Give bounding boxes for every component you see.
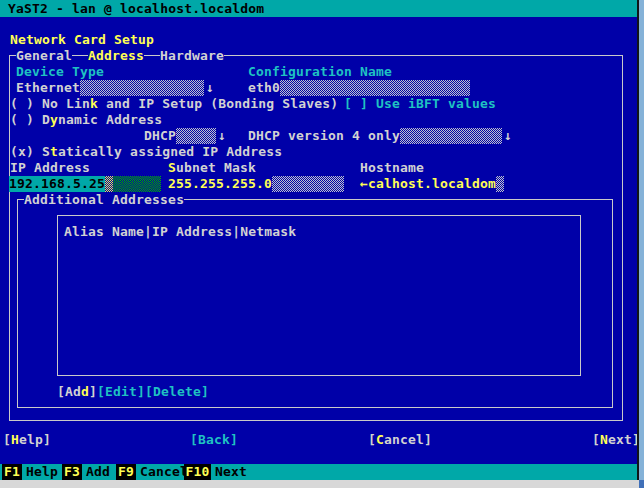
configuration-name-input[interactable]: eth0 (248, 80, 280, 96)
radio-no-link-post: and IP Setup (Bonding Slaves) (98, 96, 338, 111)
configuration-name-label: Configuration Name (248, 64, 392, 80)
device-type-combo[interactable]: Ethernet (16, 80, 80, 96)
add-button-hotkey: d (81, 384, 89, 399)
page-title: Network Card Setup (10, 32, 154, 48)
device-type-combo-fill[interactable] (80, 80, 204, 96)
subnet-mask-label-rest: ubnet Mask (176, 160, 256, 175)
fkey-f9[interactable]: F9 (116, 464, 136, 480)
window-corner (639, 480, 644, 488)
cancel-button[interactable]: [Cancel] (368, 432, 432, 448)
radio-dynamic-hotkey: y (50, 112, 58, 127)
dropdown-arrow-icon[interactable]: ↓ (218, 128, 226, 144)
back-button: [Back] (190, 432, 238, 448)
fkey-f9-label[interactable]: Cancel (140, 464, 188, 480)
window-bottom-border (0, 480, 639, 488)
add-button-pre: [Ad (57, 384, 81, 399)
radio-static-hotkey: t (50, 144, 58, 159)
dhcp-combo[interactable]: DHCP (144, 128, 176, 144)
fkey-f3[interactable]: F3 (62, 464, 82, 480)
radio-no-link[interactable]: ( ) No Link and IP Setup (Bonding Slaves… (10, 96, 338, 112)
text-cursor (105, 176, 113, 192)
add-button-post: ] (89, 384, 97, 399)
subnet-mask-label: Subnet Mask (168, 160, 256, 176)
fkey-f1[interactable]: F1 (2, 464, 22, 480)
subnet-mask-input-fill[interactable] (272, 176, 344, 192)
cancel-button-pre: [ (368, 432, 376, 447)
window-titlebar: YaST2 - lan @ localhost.localdom (0, 0, 638, 17)
help-button-pre: [ (3, 432, 11, 447)
ip-address-label: IP Address (10, 160, 90, 176)
radio-dynamic-pre: ( ) D (10, 112, 50, 127)
radio-static-address[interactable]: (x) Statically assigned IP Address (10, 144, 282, 160)
cancel-button-post: ancel] (384, 432, 432, 447)
add-button[interactable]: [Add] (57, 384, 97, 400)
table-header: Alias Name|IP Address|Netmask (64, 224, 296, 240)
fkey-f1-label[interactable]: Help (26, 464, 58, 480)
function-key-bar: F1 Help F3 Add F9 Cancel F10 Next (0, 464, 638, 480)
dhcp-combo-fill[interactable] (176, 128, 216, 144)
dropdown-arrow-icon[interactable]: ↓ (206, 80, 214, 96)
radio-static-pre: (x) S (10, 144, 50, 159)
subnet-mask-input[interactable]: 255.255.255.0 (168, 176, 272, 192)
tab-hardware[interactable]: Hardware (160, 48, 224, 64)
configuration-name-input-fill[interactable] (280, 80, 470, 96)
subnet-mask-hotkey: S (168, 160, 176, 175)
dhcp-version-combo-fill[interactable] (400, 128, 502, 144)
dhcp-version-combo[interactable]: DHCP version 4 only (248, 128, 400, 144)
help-button[interactable]: [Help] (3, 432, 51, 448)
ip-address-input[interactable]: 192.168.5.25 (9, 176, 161, 192)
tab-address[interactable]: Address (88, 48, 144, 64)
yast2-terminal-window: YaST2 - lan @ localhost.localdom Network… (0, 0, 644, 488)
additional-addresses-frame-title: Additional Addresses (24, 192, 184, 208)
radio-dynamic-address[interactable]: ( ) Dynamic Address (10, 112, 162, 128)
help-button-hotkey: H (11, 432, 19, 447)
ip-address-input-fill (113, 176, 161, 192)
next-button[interactable]: [Next] (592, 432, 640, 448)
dropdown-arrow-icon[interactable]: ↓ (504, 128, 512, 144)
delete-button: [Delete] (145, 384, 209, 400)
checkbox-use-ibft: [ ] Use iBFT values (344, 96, 496, 112)
tab-general[interactable]: General (16, 48, 72, 64)
next-button-post: ext] (608, 432, 640, 447)
next-button-pre: [ (592, 432, 600, 447)
radio-dynamic-post: namic Address (58, 112, 162, 127)
edit-button: [Edit] (97, 384, 145, 400)
fkey-f10[interactable]: F10 (184, 464, 211, 480)
hostname-label: Hostname (360, 160, 424, 176)
radio-static-post: atically assigned IP Address (58, 144, 282, 159)
next-button-hotkey: N (600, 432, 608, 447)
hostname-input-fill[interactable] (496, 176, 504, 192)
ip-address-value: 192.168.5.25 (9, 176, 105, 192)
cancel-button-hotkey: C (376, 432, 384, 447)
fkey-f10-label[interactable]: Next (215, 464, 247, 480)
hostname-input[interactable]: ←calhost.localdom (360, 176, 496, 192)
radio-no-link-pre: ( ) No Lin (10, 96, 90, 111)
window-right-border (639, 0, 644, 480)
fkey-f3-label[interactable]: Add (86, 464, 110, 480)
radio-no-link-hotkey: k (90, 96, 98, 111)
device-type-label: Device Type (16, 64, 104, 80)
window-title: YaST2 - lan @ localhost.localdom (8, 1, 264, 17)
help-button-post: elp] (19, 432, 51, 447)
